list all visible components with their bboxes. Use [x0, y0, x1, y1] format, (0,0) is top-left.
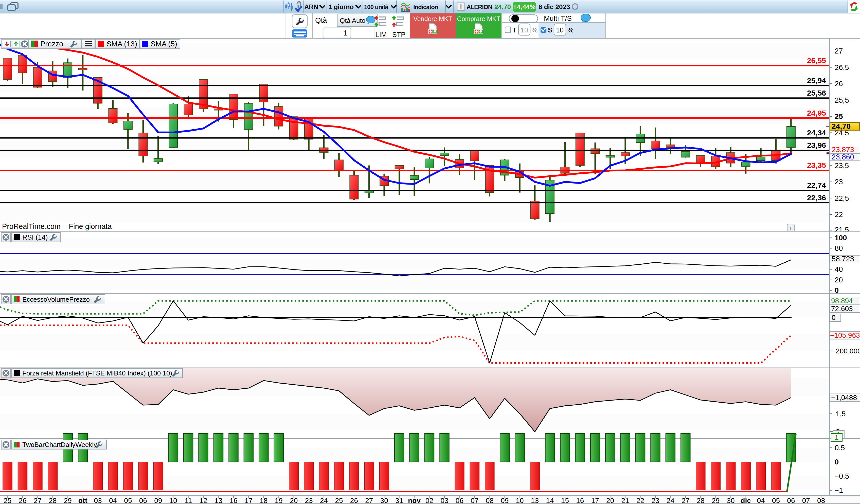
svg-text:nov: nov: [408, 496, 421, 504]
svg-text:ProRealTime.com – Fine giornat: ProRealTime.com – Fine giornata: [2, 222, 112, 230]
svg-text:100 unità: 100 unità: [364, 3, 389, 10]
svg-text:25,5: 25,5: [835, 96, 849, 104]
svg-text:0,5: 0,5: [835, 444, 845, 452]
svg-text:16: 16: [229, 496, 237, 504]
svg-text:6 dic 2023: 6 dic 2023: [539, 3, 570, 11]
svg-text:%: %: [531, 26, 538, 34]
svg-text:23,873: 23,873: [832, 145, 854, 154]
svg-text:24: 24: [666, 496, 674, 504]
svg-text:72.603: 72.603: [831, 305, 853, 313]
svg-text:Multi T/S: Multi T/S: [544, 14, 572, 22]
svg-text:22,74: 22,74: [807, 181, 826, 189]
svg-text:22,36: 22,36: [807, 193, 826, 202]
svg-text:i: i: [790, 225, 791, 231]
svg-text:RSI (14): RSI (14): [22, 233, 48, 241]
svg-text:29: 29: [712, 496, 719, 504]
svg-text:0: 0: [835, 458, 839, 466]
svg-text:23: 23: [305, 496, 313, 504]
svg-text:%: %: [568, 26, 573, 34]
svg-text:08: 08: [486, 496, 493, 504]
svg-text:LIM: LIM: [375, 31, 387, 39]
svg-text:03: 03: [94, 496, 102, 504]
svg-text:30: 30: [380, 496, 388, 504]
svg-text:20: 20: [606, 496, 614, 504]
svg-text:10: 10: [516, 496, 524, 504]
svg-text:27: 27: [682, 496, 689, 504]
svg-text:26,55: 26,55: [807, 56, 826, 64]
svg-text:27: 27: [835, 47, 843, 55]
svg-text:03: 03: [440, 496, 448, 504]
svg-text:S: S: [548, 26, 553, 34]
svg-text:58,723: 58,723: [832, 255, 854, 263]
svg-text:13: 13: [215, 496, 223, 504]
svg-text:20: 20: [835, 276, 843, 284]
svg-text:07: 07: [471, 496, 478, 504]
svg-text:04: 04: [757, 496, 765, 504]
svg-text:dic: dic: [741, 496, 751, 504]
svg-text:16: 16: [576, 496, 584, 504]
svg-text:1 giorno: 1 giorno: [329, 3, 354, 11]
svg-text:02: 02: [426, 496, 433, 504]
svg-text:06: 06: [787, 496, 795, 504]
svg-text:−200.000: −200.000: [832, 347, 860, 355]
svg-text:26: 26: [350, 496, 358, 504]
svg-text:+4,44%: +4,44%: [513, 3, 536, 11]
svg-text:27: 27: [34, 496, 42, 504]
svg-text:Qtà: Qtà: [315, 16, 327, 24]
svg-text:Qtà Auto: Qtà Auto: [340, 17, 366, 24]
svg-text:ALERION: ALERION: [467, 3, 492, 10]
svg-text:23: 23: [651, 496, 659, 504]
svg-text:−105.963: −105.963: [830, 331, 860, 339]
svg-text:10: 10: [556, 26, 564, 34]
svg-text:−1: −1: [835, 486, 843, 494]
svg-text:17: 17: [591, 496, 599, 504]
svg-text:EccessoVolumePrezzo: EccessoVolumePrezzo: [22, 296, 90, 303]
svg-text:18: 18: [260, 496, 268, 504]
svg-text:1: 1: [835, 433, 839, 441]
svg-text:98.894: 98.894: [831, 297, 853, 305]
svg-text:31: 31: [395, 496, 403, 504]
svg-text:Indicatori: Indicatori: [413, 3, 438, 10]
svg-text:−0,5: −0,5: [835, 472, 849, 480]
svg-text:23: 23: [835, 178, 843, 186]
svg-text:TwoBarChartDailyWeekly: TwoBarChartDailyWeekly: [22, 441, 97, 448]
svg-text:05: 05: [772, 496, 780, 504]
svg-text:30: 30: [727, 496, 735, 504]
svg-text:Forza relat Mansfield (FTSE MI: Forza relat Mansfield (FTSE MIB40 Index)…: [22, 369, 172, 377]
svg-text:21,5: 21,5: [835, 226, 849, 234]
svg-text:23,35: 23,35: [807, 161, 826, 169]
svg-text:04: 04: [109, 496, 117, 504]
svg-text:14: 14: [546, 496, 554, 504]
svg-text:17: 17: [245, 496, 253, 504]
svg-text:12: 12: [200, 496, 207, 504]
svg-text:24: 24: [320, 496, 328, 504]
svg-text:25,94: 25,94: [807, 76, 826, 85]
svg-text:Vendere MKT: Vendere MKT: [414, 15, 452, 22]
svg-text:23,860: 23,860: [832, 153, 854, 161]
svg-text:25,56: 25,56: [807, 89, 826, 97]
svg-text:13: 13: [531, 496, 539, 504]
svg-text:07: 07: [802, 496, 810, 504]
svg-text:19: 19: [275, 496, 283, 504]
svg-text:Comprare MKT: Comprare MKT: [457, 15, 501, 22]
svg-text:23,5: 23,5: [835, 161, 849, 170]
svg-text:100: 100: [835, 234, 847, 242]
svg-text:08: 08: [817, 496, 825, 504]
svg-text:−1,0488: −1,0488: [831, 394, 857, 402]
svg-text:15: 15: [561, 496, 569, 504]
svg-text:26: 26: [18, 496, 26, 504]
svg-text:STP: STP: [392, 31, 406, 39]
svg-text:22: 22: [636, 496, 644, 504]
svg-text:40: 40: [835, 265, 843, 273]
svg-text:22: 22: [835, 211, 843, 218]
svg-text:ott: ott: [78, 496, 87, 504]
svg-text:T: T: [512, 26, 516, 34]
svg-text:25: 25: [3, 496, 11, 504]
svg-text:24,34: 24,34: [807, 129, 826, 137]
svg-text:05: 05: [124, 496, 132, 504]
svg-text:ARN: ARN: [304, 3, 318, 11]
svg-text:28: 28: [697, 496, 705, 504]
svg-text:10: 10: [520, 26, 528, 34]
svg-text:22,5: 22,5: [835, 194, 849, 202]
svg-text:i: i: [460, 3, 462, 10]
